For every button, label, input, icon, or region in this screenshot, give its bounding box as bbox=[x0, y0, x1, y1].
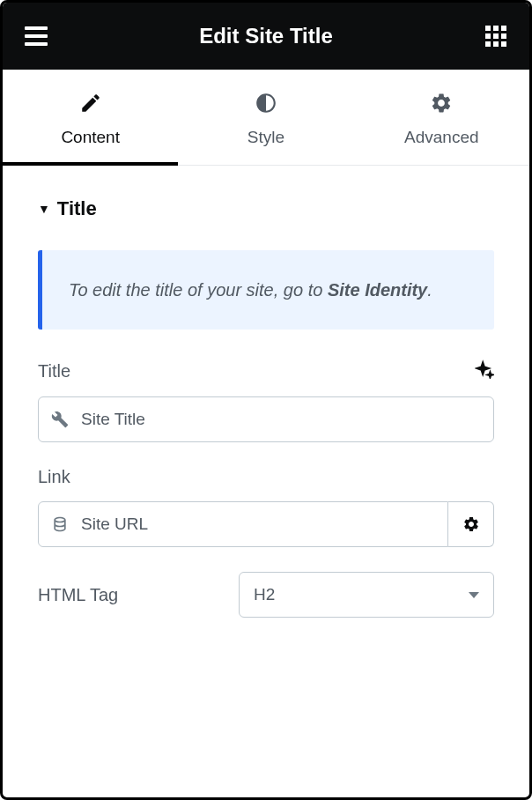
database-icon bbox=[51, 515, 69, 533]
link-options-button[interactable] bbox=[448, 501, 494, 547]
apps-button[interactable] bbox=[482, 22, 510, 50]
title-input-wrap bbox=[38, 396, 494, 442]
wrench-icon bbox=[51, 411, 69, 428]
title-input[interactable] bbox=[81, 410, 481, 429]
info-text-suffix: . bbox=[427, 280, 432, 300]
tab-label: Advanced bbox=[404, 128, 479, 147]
field-title: Title bbox=[38, 359, 494, 442]
gear-icon bbox=[462, 515, 480, 533]
hamburger-icon bbox=[25, 26, 48, 46]
panel-header: Edit Site Title bbox=[3, 3, 529, 70]
tab-label: Style bbox=[248, 128, 284, 147]
html-tag-label: HTML Tag bbox=[38, 585, 118, 605]
tab-label: Content bbox=[61, 128, 120, 147]
tab-style[interactable]: Style bbox=[178, 70, 353, 165]
grid-icon bbox=[485, 26, 506, 47]
menu-button[interactable] bbox=[22, 22, 50, 50]
html-tag-select[interactable]: H2 bbox=[239, 572, 494, 618]
tab-advanced[interactable]: Advanced bbox=[354, 70, 529, 165]
chevron-down-icon: ▼ bbox=[38, 202, 50, 216]
title-label: Title bbox=[38, 361, 70, 381]
section-toggle-title[interactable]: ▼ Title bbox=[38, 197, 494, 220]
link-input[interactable] bbox=[81, 515, 435, 534]
link-label: Link bbox=[38, 467, 70, 487]
ai-sparkle-button[interactable] bbox=[475, 359, 494, 382]
tab-content[interactable]: Content bbox=[3, 70, 178, 165]
pencil-icon bbox=[79, 91, 102, 115]
field-html-tag: HTML Tag H2 bbox=[38, 572, 494, 618]
gear-icon bbox=[430, 91, 453, 115]
panel-tabs: Content Style Advanced bbox=[3, 70, 529, 166]
panel-title: Edit Site Title bbox=[199, 24, 333, 48]
dropdown-icon bbox=[469, 592, 479, 598]
info-text-prefix: To edit the title of your site, go to bbox=[69, 280, 328, 300]
info-text-bold: Site Identity bbox=[328, 280, 427, 300]
sparkle-icon bbox=[475, 359, 494, 379]
link-input-wrap bbox=[38, 501, 448, 547]
field-link: Link bbox=[38, 467, 494, 547]
content-panel: ▼ Title To edit the title of your site, … bbox=[3, 166, 529, 674]
html-tag-value: H2 bbox=[254, 585, 275, 604]
contrast-icon bbox=[255, 91, 277, 115]
section-title: Title bbox=[57, 197, 97, 220]
info-notice: To edit the title of your site, go to Si… bbox=[38, 250, 494, 330]
